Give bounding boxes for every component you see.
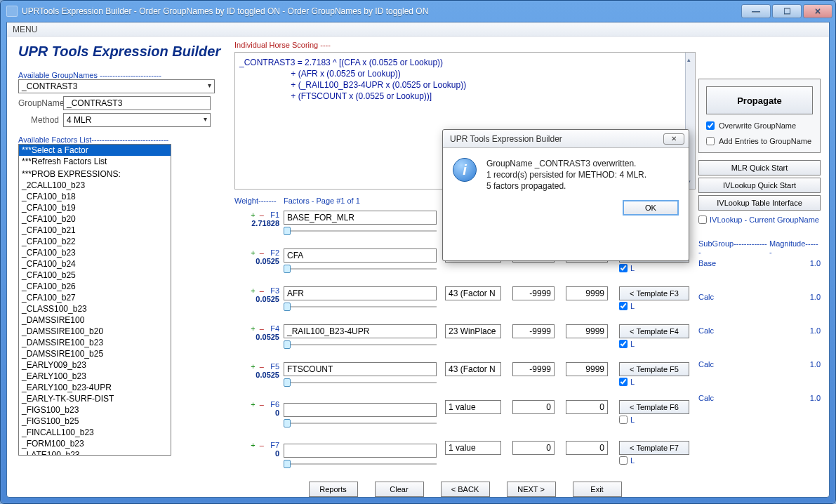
factor-src-input[interactable]: 23 WinPlace — [445, 324, 501, 338]
list-item[interactable]: _LATE100_b23 — [19, 449, 171, 456]
overwrite-check[interactable]: Overwrite GroupName — [706, 121, 813, 130]
next-button[interactable]: NEXT > — [507, 482, 556, 497]
factor-lo-input[interactable]: -9999 — [512, 324, 555, 338]
factor-lo-input[interactable]: 0 — [512, 441, 555, 455]
factor-slider[interactable] — [284, 459, 437, 469]
template-button[interactable]: < Template F3 — [619, 286, 689, 300]
factor-slider[interactable] — [284, 302, 437, 312]
list-item[interactable]: _CLASS100_b23 — [19, 303, 171, 314]
groupname-input[interactable]: _CONTRAST3 — [63, 96, 211, 110]
factor-lo-input[interactable]: -9999 — [512, 286, 555, 300]
list-item[interactable]: _FINCALL100_b23 — [19, 427, 171, 438]
list-item[interactable]: _CFA100_b21 — [19, 225, 171, 236]
factor-name-input[interactable]: BASE_FOR_MLR — [284, 211, 437, 225]
factor-L-check[interactable]: L — [619, 456, 689, 465]
factor-L-check[interactable]: L — [619, 340, 689, 348]
factor-name-input[interactable]: FTSCOUNT — [284, 362, 437, 376]
list-item[interactable]: ***PROB EXPRESSIONS: — [19, 168, 171, 180]
list-item[interactable]: _FIGS100_b25 — [19, 416, 171, 427]
list-item[interactable]: _CFA100_b24 — [19, 258, 171, 270]
client-area: MENU UPR Tools Expression Builder Availa… — [6, 22, 830, 498]
list-item[interactable]: _EARLY-TK-SURF-DIST — [19, 393, 171, 404]
factor-slider[interactable] — [284, 378, 437, 387]
factor-hi-input[interactable]: 9999 — [566, 362, 608, 376]
factor-name-input[interactable]: AFR — [284, 286, 437, 300]
factor-src-input[interactable]: 1 value — [445, 400, 501, 414]
factor-hi-input[interactable]: 9999 — [566, 286, 608, 300]
factor-slider[interactable] — [284, 418, 437, 428]
factor-L-check[interactable]: L — [619, 416, 689, 424]
list-item[interactable]: _CFA100_b19 — [19, 202, 171, 213]
dialog-ok-button[interactable]: OK — [623, 200, 679, 215]
clear-button[interactable]: Clear — [375, 482, 424, 497]
minimize-button[interactable]: — — [741, 4, 771, 18]
factor-src-input[interactable]: 43 (Factor N — [445, 362, 501, 376]
menu-item-menu[interactable]: MENU — [13, 25, 37, 34]
list-item[interactable]: _CFA100_b18 — [19, 191, 171, 202]
factor-hi-input[interactable]: 0 — [566, 400, 608, 414]
factor-name-input[interactable] — [284, 403, 437, 417]
list-item[interactable]: _FIGS100_b23 — [19, 404, 171, 416]
list-item[interactable]: _CFA100_b26 — [19, 281, 171, 292]
addentries-check[interactable]: Add Entries to GroupName — [706, 137, 813, 145]
factor-src-input[interactable]: 43 (Factor N — [445, 286, 501, 300]
list-item[interactable]: _CFA100_b23 — [19, 247, 171, 258]
list-item[interactable]: _DAMSSIRE100_b23 — [19, 337, 171, 348]
propagate-button[interactable]: Propagate — [706, 86, 813, 114]
list-item[interactable]: _DAMSSIRE100 — [19, 314, 171, 326]
list-item[interactable]: _DAMSSIRE100_b25 — [19, 348, 171, 359]
reports-button[interactable]: Reports — [309, 482, 358, 497]
list-item[interactable]: _2CALL100_b23 — [19, 180, 171, 191]
list-item[interactable]: _CFA100_b20 — [19, 213, 171, 225]
factor-L-check[interactable]: L — [619, 264, 689, 272]
factor-name-input[interactable]: CFA — [284, 248, 437, 263]
list-item[interactable]: _DAMSSIRE100_b20 — [19, 326, 171, 337]
factors-listbox[interactable]: ***Select a Factor***Refresh Factors Lis… — [18, 144, 171, 456]
list-item[interactable]: ***Select a Factor — [19, 145, 171, 156]
factor-slider[interactable] — [284, 226, 437, 236]
factor-lo-input[interactable]: 0 — [512, 400, 555, 414]
back-button[interactable]: < BACK — [441, 482, 490, 497]
factor-slider[interactable] — [284, 264, 437, 274]
exit-button[interactable]: Exit — [573, 482, 622, 497]
available-groupnames-label: Available GroupNames -------------------… — [18, 71, 226, 79]
subgroup-row: Calc1.0 — [698, 293, 821, 326]
list-item[interactable]: _CFA100_b27 — [19, 292, 171, 303]
list-item[interactable]: _FORM100_b23 — [19, 438, 171, 449]
factor-hi-input[interactable]: 0 — [566, 441, 608, 455]
factor-slider[interactable] — [284, 340, 437, 350]
method-combo[interactable]: 4 MLR — [63, 113, 211, 127]
list-item[interactable]: _CFA100_b22 — [19, 236, 171, 247]
mlr-quickstart-button[interactable]: MLR Quick Start — [698, 160, 821, 175]
subgroup-row: Base1.0 — [698, 259, 821, 293]
ivlookup-quickstart-button[interactable]: IVLookup Quick Start — [698, 178, 821, 193]
dialog-close-button[interactable]: ✕ — [663, 133, 684, 145]
list-item[interactable]: _EARLY009_b23 — [19, 359, 171, 371]
subgroup-row: Calc1.0 — [698, 360, 821, 394]
factor-src-input[interactable]: 1 value — [445, 441, 501, 455]
propagate-panel: Propagate Overwrite GroupName Add Entrie… — [698, 79, 821, 153]
menubar[interactable]: MENU — [7, 22, 829, 37]
info-icon: i — [453, 158, 477, 182]
factor-hi-input[interactable]: 9999 — [566, 324, 608, 338]
titlebar[interactable]: UPRTools Expression Builder - Order Grou… — [1, 1, 835, 22]
ivlookup-current-link[interactable]: IVLookup - Current GroupName — [698, 215, 821, 224]
template-button[interactable]: < Template F7 — [619, 441, 689, 455]
template-button[interactable]: < Template F6 — [619, 400, 689, 414]
list-item[interactable]: _EARLY100_b23 — [19, 371, 171, 382]
template-button[interactable]: < Template F4 — [619, 324, 689, 338]
ivlookup-table-button[interactable]: IVLookup Table Interface — [698, 195, 821, 211]
factor-lo-input[interactable]: -9999 — [512, 362, 555, 376]
list-item[interactable]: _EARLY100_b23-4UPR — [19, 382, 171, 393]
list-item[interactable]: ***Refresh Factors List — [19, 156, 171, 167]
factor-L-check[interactable]: L — [619, 302, 689, 310]
template-button[interactable]: < Template F5 — [619, 362, 689, 376]
close-button[interactable]: ✕ — [803, 4, 832, 18]
groupnames-combo[interactable]: _CONTRAST3 — [18, 79, 215, 93]
factor-name-input[interactable] — [284, 444, 437, 458]
list-item[interactable]: _CFA100_b25 — [19, 270, 171, 281]
factor-L-check[interactable]: L — [619, 378, 689, 386]
factor-name-input[interactable]: _RAIL100_B23-4UPR — [284, 324, 437, 338]
maximize-button[interactable]: ☐ — [772, 4, 802, 18]
groupname-label: GroupName — [18, 98, 63, 108]
